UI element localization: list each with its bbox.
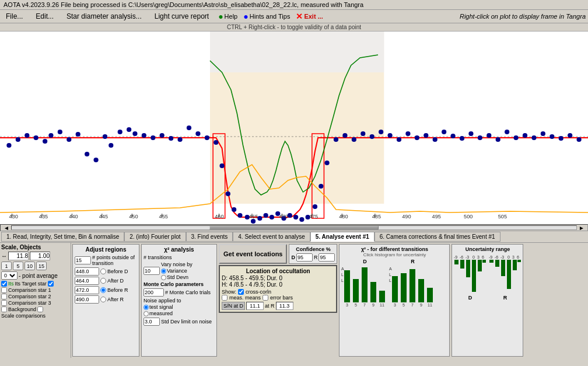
svg-text:0: 0 — [508, 255, 510, 259]
svg-point-54 — [379, 130, 383, 134]
svg-point-59 — [424, 133, 428, 138]
comp3-checkbox[interactable] — [1, 300, 7, 306]
svg-point-73 — [550, 134, 554, 139]
edit-menu[interactable]: Edit... — [32, 11, 57, 22]
transitions-value[interactable] — [144, 267, 160, 275]
svg-point-60 — [433, 137, 438, 142]
before-d-radio[interactable] — [100, 269, 106, 274]
get-event-locations-button[interactable]: Get event locations — [219, 244, 287, 264]
comp1-checkbox[interactable] — [1, 287, 7, 293]
monte-carlo-title: Monte Carlo parameters — [144, 281, 215, 287]
help-button[interactable]: ● Help — [218, 12, 237, 21]
svg-point-58 — [415, 135, 419, 140]
svg-point-76 — [576, 137, 581, 142]
scroll-left-arrow[interactable]: ◄ — [4, 225, 9, 231]
svg-point-52 — [360, 131, 365, 136]
after-r-radio[interactable] — [100, 297, 106, 302]
svg-rect-121 — [418, 279, 424, 302]
confidence-title: Confidence % — [291, 246, 335, 252]
scale-objects-header: Scale, Objects — [1, 244, 69, 250]
tab-1[interactable]: 1. Read, Integrity, Set time, Bin & norm… — [1, 232, 124, 242]
confidence-r-value[interactable] — [318, 253, 335, 262]
exit-button[interactable]: ✕ Exit ... — [296, 12, 323, 21]
svg-point-7 — [16, 137, 20, 142]
transitions-value-row: Vary noise by Variance Std Devn — [144, 262, 215, 280]
svg-text:7: 7 — [411, 303, 414, 307]
r-histogram[interactable]: R A L L 3 5 7 9 — [389, 259, 436, 354]
comp2-checkbox[interactable] — [1, 294, 7, 299]
before-d-row: Before D — [75, 267, 137, 276]
svg-point-34 — [237, 213, 242, 218]
background-checkbox[interactable] — [1, 306, 7, 312]
svg-rect-120 — [410, 269, 415, 302]
confidence-d-value[interactable] — [296, 253, 313, 262]
sn-at-r-value: 11.3 — [276, 302, 293, 310]
svg-rect-150 — [495, 260, 499, 267]
btn-15[interactable]: 15 — [36, 262, 47, 270]
after-r-value[interactable] — [75, 295, 99, 304]
d-histogram[interactable]: D A L L 3 5 7 — [341, 259, 388, 354]
svg-rect-122 — [427, 288, 433, 302]
tab-6[interactable]: 6. Camera corrections & final times Even… — [374, 232, 501, 242]
test-signal-radio[interactable] — [144, 305, 149, 310]
svg-point-66 — [487, 133, 491, 138]
scroll-thumb[interactable] — [209, 226, 379, 229]
tab-5[interactable]: 5. Analyse event #1 — [310, 232, 374, 242]
tabs-row: 1. Read, Integrity, Set time, Bin & norm… — [0, 231, 588, 243]
background-checkbox2[interactable] — [37, 306, 43, 312]
chi2-title: χ² analysis — [144, 246, 215, 253]
after-d-value[interactable] — [75, 277, 99, 285]
confidence-d-row: D R — [291, 253, 335, 262]
cross-corrl-checkbox[interactable] — [238, 289, 244, 295]
before-r-value[interactable] — [75, 286, 99, 294]
point-avg-select[interactable]: 0 — [1, 271, 18, 280]
svg-point-11 — [48, 133, 53, 138]
noise-label: Noise applied to — [144, 298, 215, 304]
svg-point-44 — [299, 217, 304, 222]
stddev-limit-value[interactable] — [144, 318, 160, 326]
meas-means-checkbox[interactable] — [222, 295, 228, 301]
before-r-radio[interactable] — [100, 287, 106, 293]
hints-button[interactable]: ● Hints and Tips — [243, 12, 290, 21]
chi2-histogram-section: χ² - for different transitions Click his… — [339, 244, 450, 357]
after-d-radio[interactable] — [100, 278, 106, 284]
comp3-row: Comparison star 3 — [1, 300, 69, 306]
btn-10[interactable]: 10 — [24, 262, 35, 270]
chart-scrollbar[interactable]: ◄ ► — [0, 224, 588, 231]
svg-text:9: 9 — [372, 303, 374, 307]
btn-5[interactable]: 5 — [13, 262, 23, 270]
scale-comp-row: Scale comparisons — [1, 313, 69, 319]
target-star-checkbox[interactable] — [48, 281, 54, 287]
tab-3[interactable]: 3. Find events — [186, 232, 233, 242]
scale-spinbox-1[interactable] — [8, 252, 29, 260]
outside-value[interactable] — [75, 256, 91, 264]
svg-text:11: 11 — [380, 303, 384, 307]
show-row: Show: cross-corln — [222, 289, 334, 295]
measured-radio[interactable] — [144, 311, 149, 316]
tab-2[interactable]: 2. (info) Fourier plot — [124, 232, 186, 242]
file-menu[interactable]: File... — [2, 11, 26, 22]
svg-point-74 — [559, 136, 564, 141]
svg-point-72 — [541, 131, 545, 136]
target-checkbox[interactable] — [1, 281, 7, 287]
tab-4[interactable]: 4. Select event to analyse — [233, 232, 310, 242]
before-d-value[interactable] — [75, 267, 99, 276]
chart-area[interactable]: 430 435 440 445 450 455 460 465 470 475 … — [0, 32, 588, 224]
scale-spinbox-2[interactable] — [30, 252, 50, 260]
error-bars-checkbox[interactable] — [262, 295, 268, 301]
svg-point-67 — [496, 137, 501, 142]
svg-point-8 — [24, 133, 29, 138]
svg-point-19 — [118, 130, 123, 134]
event-location-group: Get event locations Confidence % D R Loc… — [219, 244, 337, 357]
light-curve-menu[interactable]: Light curve report — [151, 11, 212, 22]
mc-value[interactable] — [144, 288, 164, 297]
star-diameter-menu[interactable]: Star diameter analysis... — [63, 11, 145, 22]
title-bar: AOTA v4.2023.9.26 File being processed i… — [0, 0, 588, 10]
r-uncertainty: -9 -6 -3 0 3 6 R — [489, 254, 521, 301]
stddev-radio[interactable] — [161, 275, 166, 280]
variance-radio[interactable] — [161, 269, 166, 274]
scroll-right-arrow[interactable]: ► — [579, 225, 584, 231]
svg-point-25 — [169, 136, 173, 141]
svg-text:480: 480 — [339, 214, 348, 219]
btn-1[interactable]: 1 — [1, 262, 12, 270]
